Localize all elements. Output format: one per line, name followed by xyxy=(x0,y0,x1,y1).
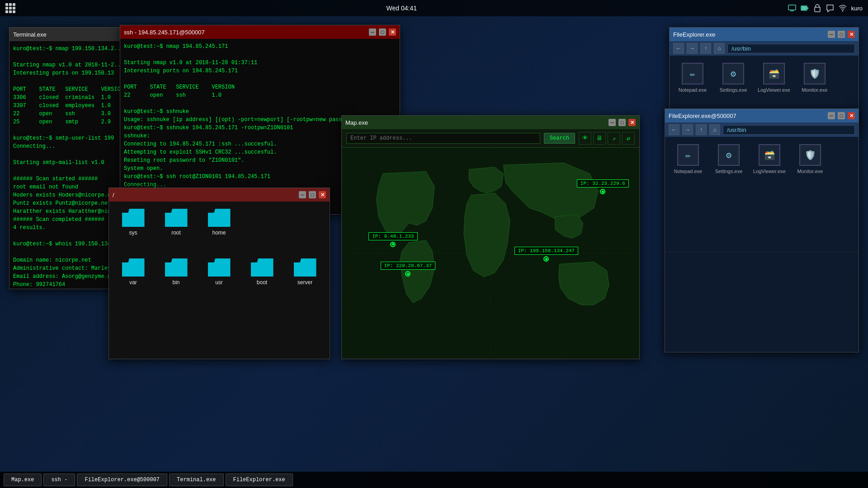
fe-back-button[interactable]: ← xyxy=(673,43,684,54)
fe2-close[interactable]: ✕ xyxy=(319,191,326,198)
map-screen-icon[interactable]: 🖥 xyxy=(593,132,606,145)
map-shuffle-icon[interactable]: ⇄ xyxy=(622,132,635,145)
tray-battery-icon[interactable] xyxy=(801,4,809,12)
ip-marker-1[interactable] xyxy=(600,189,605,194)
datetime-display: Wed 04:41 xyxy=(387,5,417,12)
fileexplorer2-title: / xyxy=(113,192,114,198)
fileexplorer2-titlebar[interactable]: / ─ □ ✕ xyxy=(109,188,330,202)
fe500-minimize[interactable]: ─ xyxy=(828,112,835,119)
fe-home-button[interactable]: ⌂ xyxy=(714,43,725,54)
taskbar-fe-btn[interactable]: FileExplorer.exe xyxy=(226,474,293,486)
map-eye-icon[interactable]: 👁 xyxy=(579,132,591,145)
svg-rect-4 xyxy=(802,6,807,10)
map-share-icon[interactable]: ⇗ xyxy=(608,132,620,145)
fe-item-logviewer[interactable]: 🗃️ LogViewer.exe xyxy=(758,63,790,93)
fe-forward-button[interactable]: → xyxy=(687,43,698,54)
folder-root-icon xyxy=(165,209,188,227)
fe500-content: ✏️ Notepad.exe ⚙️ Settings.exe 🗃️ LogVie… xyxy=(665,137,859,252)
fe2-folder-home[interactable]: home xyxy=(202,209,236,236)
map-window: Map.exe ─ □ ✕ Search 👁 🖥 ⇗ ⇄ xyxy=(341,115,640,359)
fe2-folder-root[interactable]: root xyxy=(159,209,193,236)
tray-screen-icon[interactable] xyxy=(788,4,796,12)
map-search-button[interactable]: Search xyxy=(544,133,575,144)
fe500-item-notepad[interactable]: ✏️ Notepad.exe xyxy=(672,144,704,174)
folder-usr-icon xyxy=(208,258,231,277)
ssh-controls: ─ □ ✕ xyxy=(369,28,396,36)
ssh-close[interactable]: ✕ xyxy=(389,28,396,36)
fe-up-button[interactable]: ↑ xyxy=(700,43,711,54)
fe500-forward-button[interactable]: → xyxy=(682,124,693,135)
map-close[interactable]: ✕ xyxy=(628,119,636,126)
fe500-titlebar[interactable]: FileExplorer.exe@500007 ─ □ ✕ xyxy=(665,109,859,122)
fe500-toolbar: ← → ↑ ⌂ /usr/bin xyxy=(665,122,859,137)
fe500-title: FileExplorer.exe@500007 xyxy=(669,113,736,119)
ssh-titlebar[interactable]: ssh - 194.85.245.171@500007 ─ □ ✕ xyxy=(120,25,400,39)
fe2-folder-sys[interactable]: sys xyxy=(116,209,150,236)
ip-marker-3[interactable] xyxy=(405,271,410,277)
fe2-folder-var[interactable]: var xyxy=(116,258,150,286)
fileexplorer-main-titlebar[interactable]: FileExplorer.exe ─ □ ✕ xyxy=(670,28,859,41)
fe500-up-button[interactable]: ↑ xyxy=(696,124,707,135)
taskbar-fe500-btn[interactable]: FileExplorer.exe@500007 xyxy=(77,474,167,486)
fe500-settings-label: Settings.exe xyxy=(715,169,743,174)
taskbar-ssh-btn[interactable]: ssh - xyxy=(43,474,75,486)
fileexplorer-main-toolbar: ← → ↑ ⌂ /usr/bin xyxy=(670,41,859,56)
app-grid-icon[interactable] xyxy=(5,3,15,13)
fe2-folder-home-label: home xyxy=(212,230,226,236)
taskbar-map-btn[interactable]: Map.exe xyxy=(4,474,42,486)
folder-home-icon xyxy=(208,209,231,227)
fe500-back-button[interactable]: ← xyxy=(669,124,679,135)
fe2-minimize[interactable]: ─ xyxy=(299,191,306,198)
taskbar-top-left xyxy=(5,3,15,13)
fe2-maximize[interactable]: □ xyxy=(309,191,316,198)
fe500-close[interactable]: ✕ xyxy=(848,112,855,119)
fe-settings-icon: ⚙️ xyxy=(722,63,744,84)
fe500-monitor-label: Monitor.exe xyxy=(797,169,823,174)
ip-marker-2[interactable] xyxy=(390,242,396,247)
fe-logviewer-icon: 🗃️ xyxy=(763,63,785,84)
tray-wifi-icon[interactable] xyxy=(839,4,847,12)
taskbar-bottom: Map.exe ssh - FileExplorer.exe@500007 Te… xyxy=(0,472,868,488)
fe500-item-monitor[interactable]: 🛡️ Monitor.exe xyxy=(794,144,826,174)
fe2-folder-server[interactable]: server xyxy=(288,258,322,286)
fe500-maximize[interactable]: □ xyxy=(838,112,845,119)
system-tray: kuro xyxy=(788,4,863,12)
username-display: kuro xyxy=(851,5,863,12)
map-titlebar[interactable]: Map.exe ─ □ ✕ xyxy=(342,116,639,129)
ip-marker-4[interactable] xyxy=(543,256,549,262)
tray-chat-icon[interactable] xyxy=(826,4,834,12)
taskbar-top: Wed 04:41 kuro xyxy=(0,0,868,16)
terminal-title: Terminal.exe xyxy=(13,31,47,38)
map-maximize[interactable]: □ xyxy=(618,119,626,126)
fe-path-display: /usr/bin xyxy=(727,44,855,53)
fe500-notepad-label: Notepad.exe xyxy=(674,169,702,174)
fe-settings-label: Settings.exe xyxy=(720,87,747,93)
fe-item-settings[interactable]: ⚙️ Settings.exe xyxy=(717,63,749,93)
fe2-folder-usr-label: usr xyxy=(215,279,223,286)
tray-lock-icon[interactable] xyxy=(813,4,821,12)
map-ip-input[interactable] xyxy=(346,133,540,144)
fe-main-minimize[interactable]: ─ xyxy=(828,31,835,38)
svg-point-6 xyxy=(842,10,843,12)
ip-tooltip-4: IP: 199.150.134.247 xyxy=(514,247,578,255)
ip-tooltip-1: IP: 32.23.229.6 xyxy=(577,179,629,188)
fe500-home-button[interactable]: ⌂ xyxy=(709,124,720,135)
fe-main-maximize[interactable]: □ xyxy=(838,31,845,38)
fe2-folder-var-label: var xyxy=(129,279,137,286)
ssh-minimize[interactable]: ─ xyxy=(369,28,376,36)
fe-item-notepad[interactable]: ✏️ Notepad.exe xyxy=(677,63,708,93)
fe500-notepad-icon: ✏️ xyxy=(677,144,699,166)
fe500-item-settings[interactable]: ⚙️ Settings.exe xyxy=(713,144,745,174)
fe-main-close[interactable]: ✕ xyxy=(848,31,855,38)
fe2-folder-usr[interactable]: usr xyxy=(202,258,236,286)
taskbar-terminal-btn[interactable]: Terminal.exe xyxy=(169,474,223,486)
ssh-maximize[interactable]: □ xyxy=(379,28,386,36)
fe2-folder-bin[interactable]: bin xyxy=(159,258,193,286)
fileexplorer500-window: FileExplorer.exe@500007 ─ □ ✕ ← → ↑ ⌂ /u… xyxy=(665,108,859,352)
fe500-logviewer-label: LogViewer.exe xyxy=(753,169,786,174)
map-minimize[interactable]: ─ xyxy=(609,119,616,126)
fe500-item-logviewer[interactable]: 🗃️ LogViewer.exe xyxy=(754,144,785,174)
fe2-folder-boot[interactable]: boot xyxy=(245,258,279,286)
fe-item-monitor[interactable]: 🛡️ Monitor.exe xyxy=(799,63,830,93)
map-toolbar: Search 👁 🖥 ⇗ ⇄ xyxy=(342,129,639,148)
